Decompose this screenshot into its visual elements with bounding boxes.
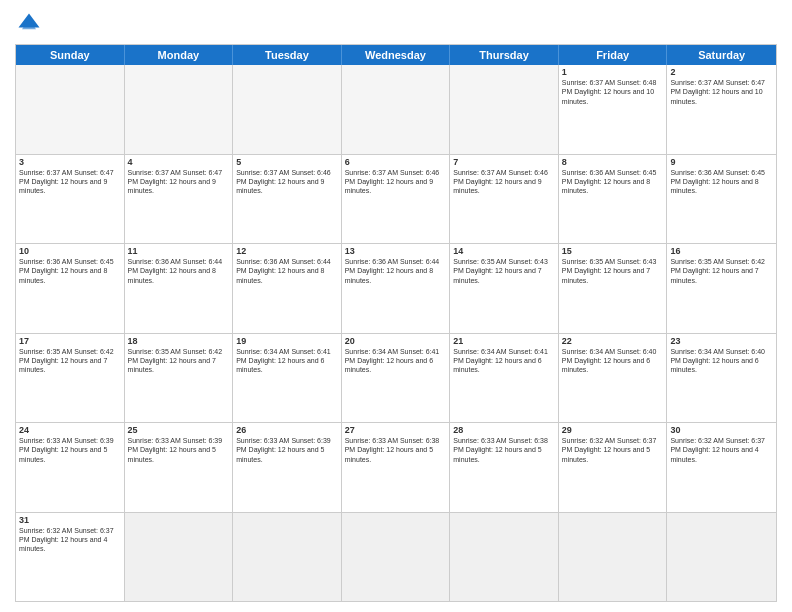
calendar-week-row: 1Sunrise: 6:37 AM Sunset: 6:48 PM Daylig… [16, 65, 776, 155]
calendar-cell: 18Sunrise: 6:35 AM Sunset: 6:42 PM Dayli… [125, 334, 234, 423]
day-info: Sunrise: 6:37 AM Sunset: 6:46 PM Dayligh… [453, 168, 555, 196]
calendar-cell [233, 513, 342, 602]
calendar-cell: 25Sunrise: 6:33 AM Sunset: 6:39 PM Dayli… [125, 423, 234, 512]
calendar-cell: 24Sunrise: 6:33 AM Sunset: 6:39 PM Dayli… [16, 423, 125, 512]
calendar-cell: 27Sunrise: 6:33 AM Sunset: 6:38 PM Dayli… [342, 423, 451, 512]
calendar-cell: 1Sunrise: 6:37 AM Sunset: 6:48 PM Daylig… [559, 65, 668, 154]
day-info: Sunrise: 6:34 AM Sunset: 6:40 PM Dayligh… [670, 347, 773, 375]
day-of-week-header: Monday [125, 45, 234, 65]
calendar-cell: 3Sunrise: 6:37 AM Sunset: 6:47 PM Daylig… [16, 155, 125, 244]
calendar-cell: 8Sunrise: 6:36 AM Sunset: 6:45 PM Daylig… [559, 155, 668, 244]
calendar-cell: 12Sunrise: 6:36 AM Sunset: 6:44 PM Dayli… [233, 244, 342, 333]
day-number: 21 [453, 336, 555, 346]
header [15, 10, 777, 38]
day-number: 17 [19, 336, 121, 346]
calendar-cell: 2Sunrise: 6:37 AM Sunset: 6:47 PM Daylig… [667, 65, 776, 154]
day-number: 16 [670, 246, 773, 256]
calendar-cell: 11Sunrise: 6:36 AM Sunset: 6:44 PM Dayli… [125, 244, 234, 333]
day-number: 20 [345, 336, 447, 346]
day-of-week-header: Friday [559, 45, 668, 65]
day-info: Sunrise: 6:36 AM Sunset: 6:44 PM Dayligh… [236, 257, 338, 285]
calendar-week-row: 17Sunrise: 6:35 AM Sunset: 6:42 PM Dayli… [16, 334, 776, 424]
day-number: 9 [670, 157, 773, 167]
calendar-body: 1Sunrise: 6:37 AM Sunset: 6:48 PM Daylig… [16, 65, 776, 601]
calendar-cell: 14Sunrise: 6:35 AM Sunset: 6:43 PM Dayli… [450, 244, 559, 333]
calendar-cell [233, 65, 342, 154]
day-of-week-header: Thursday [450, 45, 559, 65]
day-info: Sunrise: 6:35 AM Sunset: 6:42 PM Dayligh… [670, 257, 773, 285]
day-info: Sunrise: 6:37 AM Sunset: 6:47 PM Dayligh… [670, 78, 773, 106]
day-of-week-header: Saturday [667, 45, 776, 65]
calendar-cell: 22Sunrise: 6:34 AM Sunset: 6:40 PM Dayli… [559, 334, 668, 423]
day-number: 22 [562, 336, 664, 346]
day-number: 7 [453, 157, 555, 167]
day-number: 27 [345, 425, 447, 435]
day-number: 10 [19, 246, 121, 256]
day-number: 11 [128, 246, 230, 256]
day-info: Sunrise: 6:35 AM Sunset: 6:43 PM Dayligh… [453, 257, 555, 285]
day-info: Sunrise: 6:33 AM Sunset: 6:39 PM Dayligh… [128, 436, 230, 464]
calendar: SundayMondayTuesdayWednesdayThursdayFrid… [15, 44, 777, 602]
day-number: 19 [236, 336, 338, 346]
calendar-cell: 23Sunrise: 6:34 AM Sunset: 6:40 PM Dayli… [667, 334, 776, 423]
day-info: Sunrise: 6:35 AM Sunset: 6:43 PM Dayligh… [562, 257, 664, 285]
day-number: 29 [562, 425, 664, 435]
day-info: Sunrise: 6:36 AM Sunset: 6:44 PM Dayligh… [345, 257, 447, 285]
day-info: Sunrise: 6:34 AM Sunset: 6:40 PM Dayligh… [562, 347, 664, 375]
calendar-cell: 28Sunrise: 6:33 AM Sunset: 6:38 PM Dayli… [450, 423, 559, 512]
day-info: Sunrise: 6:34 AM Sunset: 6:41 PM Dayligh… [236, 347, 338, 375]
day-number: 8 [562, 157, 664, 167]
calendar-cell: 4Sunrise: 6:37 AM Sunset: 6:47 PM Daylig… [125, 155, 234, 244]
day-of-week-header: Sunday [16, 45, 125, 65]
day-info: Sunrise: 6:37 AM Sunset: 6:47 PM Dayligh… [19, 168, 121, 196]
day-number: 28 [453, 425, 555, 435]
day-of-week-header: Wednesday [342, 45, 451, 65]
calendar-cell: 21Sunrise: 6:34 AM Sunset: 6:41 PM Dayli… [450, 334, 559, 423]
day-info: Sunrise: 6:37 AM Sunset: 6:46 PM Dayligh… [345, 168, 447, 196]
calendar-cell: 9Sunrise: 6:36 AM Sunset: 6:45 PM Daylig… [667, 155, 776, 244]
day-number: 31 [19, 515, 121, 525]
day-number: 25 [128, 425, 230, 435]
calendar-week-row: 3Sunrise: 6:37 AM Sunset: 6:47 PM Daylig… [16, 155, 776, 245]
day-info: Sunrise: 6:35 AM Sunset: 6:42 PM Dayligh… [128, 347, 230, 375]
day-number: 15 [562, 246, 664, 256]
day-number: 24 [19, 425, 121, 435]
calendar-cell: 13Sunrise: 6:36 AM Sunset: 6:44 PM Dayli… [342, 244, 451, 333]
calendar-cell: 26Sunrise: 6:33 AM Sunset: 6:39 PM Dayli… [233, 423, 342, 512]
day-info: Sunrise: 6:33 AM Sunset: 6:39 PM Dayligh… [19, 436, 121, 464]
day-info: Sunrise: 6:36 AM Sunset: 6:44 PM Dayligh… [128, 257, 230, 285]
calendar-cell: 5Sunrise: 6:37 AM Sunset: 6:46 PM Daylig… [233, 155, 342, 244]
day-of-week-header: Tuesday [233, 45, 342, 65]
calendar-cell [450, 513, 559, 602]
day-number: 23 [670, 336, 773, 346]
day-info: Sunrise: 6:37 AM Sunset: 6:47 PM Dayligh… [128, 168, 230, 196]
calendar-cell [342, 65, 451, 154]
calendar-week-row: 10Sunrise: 6:36 AM Sunset: 6:45 PM Dayli… [16, 244, 776, 334]
page: SundayMondayTuesdayWednesdayThursdayFrid… [0, 0, 792, 612]
calendar-cell [667, 513, 776, 602]
day-info: Sunrise: 6:36 AM Sunset: 6:45 PM Dayligh… [562, 168, 664, 196]
calendar-cell: 19Sunrise: 6:34 AM Sunset: 6:41 PM Dayli… [233, 334, 342, 423]
day-info: Sunrise: 6:34 AM Sunset: 6:41 PM Dayligh… [345, 347, 447, 375]
day-info: Sunrise: 6:37 AM Sunset: 6:48 PM Dayligh… [562, 78, 664, 106]
calendar-cell [342, 513, 451, 602]
day-info: Sunrise: 6:32 AM Sunset: 6:37 PM Dayligh… [19, 526, 121, 554]
calendar-cell: 20Sunrise: 6:34 AM Sunset: 6:41 PM Dayli… [342, 334, 451, 423]
day-number: 4 [128, 157, 230, 167]
calendar-week-row: 24Sunrise: 6:33 AM Sunset: 6:39 PM Dayli… [16, 423, 776, 513]
day-info: Sunrise: 6:33 AM Sunset: 6:38 PM Dayligh… [453, 436, 555, 464]
day-info: Sunrise: 6:33 AM Sunset: 6:39 PM Dayligh… [236, 436, 338, 464]
day-number: 30 [670, 425, 773, 435]
day-number: 1 [562, 67, 664, 77]
day-number: 13 [345, 246, 447, 256]
day-info: Sunrise: 6:37 AM Sunset: 6:46 PM Dayligh… [236, 168, 338, 196]
calendar-week-row: 31Sunrise: 6:32 AM Sunset: 6:37 PM Dayli… [16, 513, 776, 602]
day-number: 18 [128, 336, 230, 346]
day-info: Sunrise: 6:32 AM Sunset: 6:37 PM Dayligh… [670, 436, 773, 464]
day-info: Sunrise: 6:35 AM Sunset: 6:42 PM Dayligh… [19, 347, 121, 375]
calendar-cell [559, 513, 668, 602]
calendar-cell [125, 513, 234, 602]
day-info: Sunrise: 6:34 AM Sunset: 6:41 PM Dayligh… [453, 347, 555, 375]
calendar-cell: 30Sunrise: 6:32 AM Sunset: 6:37 PM Dayli… [667, 423, 776, 512]
calendar-cell: 10Sunrise: 6:36 AM Sunset: 6:45 PM Dayli… [16, 244, 125, 333]
